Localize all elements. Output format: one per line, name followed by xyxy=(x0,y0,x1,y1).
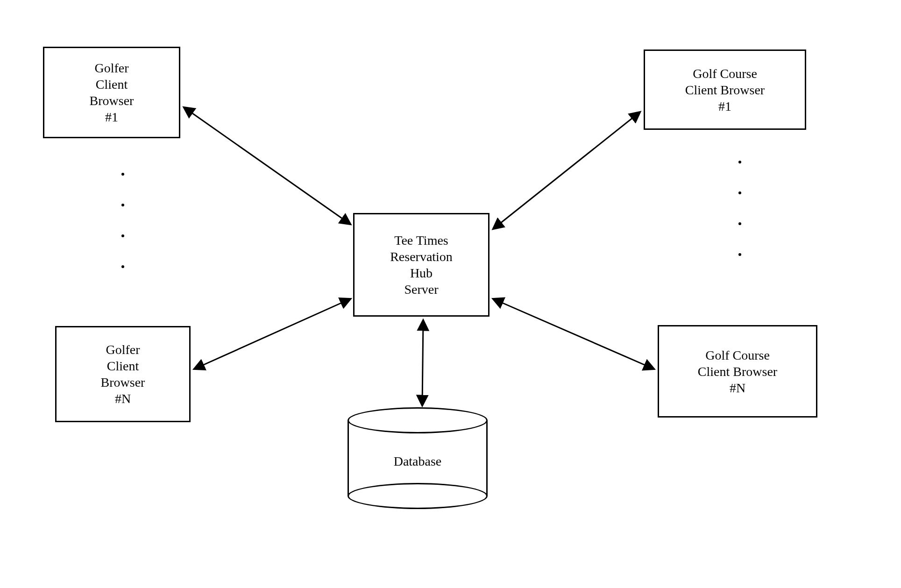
dot xyxy=(738,253,741,256)
dot xyxy=(121,173,124,176)
arrow-course1-hub xyxy=(493,112,640,229)
arrow-coursen-hub xyxy=(493,299,654,369)
arrow-hub-database xyxy=(422,320,423,405)
golfer-client-n-label: Golfer Client Browser #N xyxy=(101,341,145,407)
dot xyxy=(121,234,124,237)
golf-course-client-1-box: Golf Course Client Browser #1 xyxy=(644,50,806,130)
golfer-client-1-box: Golfer Client Browser #1 xyxy=(43,47,180,138)
dot xyxy=(738,222,741,225)
dot xyxy=(738,161,741,163)
golfer-client-1-label: Golfer Client Browser #1 xyxy=(90,60,134,125)
golf-course-client-n-box: Golf Course Client Browser #N xyxy=(658,325,817,418)
database-cylinder: Database xyxy=(348,407,488,509)
golfer-client-n-box: Golfer Client Browser #N xyxy=(55,326,191,422)
database-label: Database xyxy=(348,454,488,469)
golf-course-client-1-label: Golf Course Client Browser #1 xyxy=(685,65,765,114)
diagram-canvas: Golfer Client Browser #1 Golfer Client B… xyxy=(0,0,901,588)
left-ellipsis xyxy=(121,173,124,268)
right-ellipsis xyxy=(738,161,741,256)
dot xyxy=(738,191,741,194)
arrow-golfern-hub xyxy=(194,299,350,369)
dot xyxy=(121,204,124,206)
golf-course-client-n-label: Golf Course Client Browser #N xyxy=(698,347,777,396)
hub-server-label: Tee Times Reservation Hub Server xyxy=(390,232,453,298)
arrow-golfer1-hub xyxy=(184,107,350,224)
hub-server-box: Tee Times Reservation Hub Server xyxy=(353,213,490,317)
dot xyxy=(121,265,124,268)
